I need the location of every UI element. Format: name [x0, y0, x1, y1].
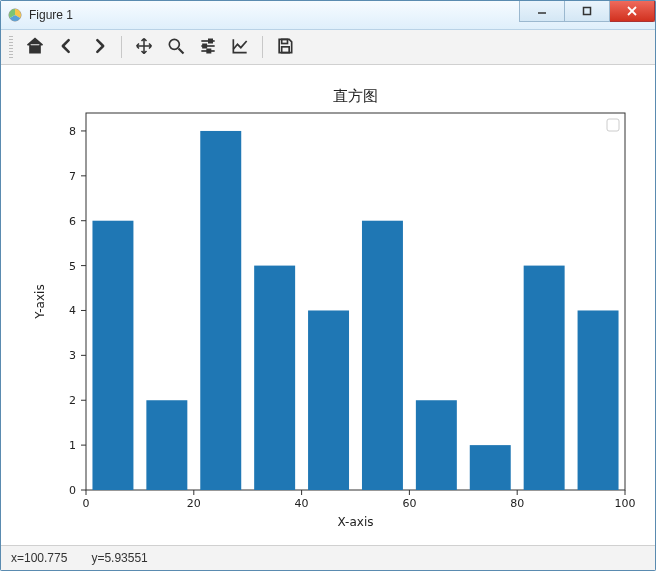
bar: [524, 266, 565, 490]
edit-axes-button[interactable]: [226, 33, 254, 61]
bar: [308, 310, 349, 490]
statusbar: x=100.775 y=5.93551: [1, 545, 655, 570]
toolbar: [1, 30, 655, 65]
svg-text:80: 80: [510, 497, 524, 510]
status-x: x=100.775: [11, 551, 67, 565]
svg-text:40: 40: [295, 497, 309, 510]
bar: [146, 400, 187, 490]
move-icon: [134, 36, 154, 59]
pan-button[interactable]: [130, 33, 158, 61]
axes-edit-icon: [230, 36, 250, 59]
svg-text:Y-axis: Y-axis: [33, 284, 47, 319]
svg-text:7: 7: [69, 170, 76, 183]
status-y: y=5.93551: [91, 551, 147, 565]
configure-subplots-button[interactable]: [194, 33, 222, 61]
bar: [416, 400, 457, 490]
back-button[interactable]: [53, 33, 81, 61]
svg-text:X-axis: X-axis: [338, 515, 374, 529]
svg-rect-11: [203, 44, 206, 47]
save-icon: [275, 36, 295, 59]
forward-button[interactable]: [85, 33, 113, 61]
svg-text:20: 20: [187, 497, 201, 510]
chart-canvas: 直方图020406080100X-axis012345678Y-axis: [11, 75, 645, 545]
window-title: Figure 1: [29, 8, 519, 22]
svg-text:3: 3: [69, 349, 76, 362]
svg-text:60: 60: [402, 497, 416, 510]
sliders-icon: [198, 36, 218, 59]
svg-rect-12: [207, 49, 210, 52]
bar: [254, 266, 295, 490]
svg-rect-2: [584, 8, 591, 15]
bar: [470, 445, 511, 490]
minimize-button[interactable]: [519, 1, 565, 22]
toolbar-separator: [121, 36, 122, 58]
legend-box: [607, 119, 619, 131]
svg-text:8: 8: [69, 125, 76, 138]
svg-line-6: [179, 48, 184, 53]
svg-text:1: 1: [69, 439, 76, 452]
svg-text:直方图: 直方图: [333, 87, 378, 104]
svg-text:0: 0: [69, 484, 76, 497]
home-button[interactable]: [21, 33, 49, 61]
svg-point-5: [169, 39, 179, 49]
arrow-right-icon: [89, 36, 109, 59]
svg-text:0: 0: [83, 497, 90, 510]
app-icon: [7, 7, 23, 23]
bar: [92, 221, 133, 490]
svg-text:4: 4: [69, 304, 76, 317]
toolbar-separator: [262, 36, 263, 58]
svg-text:6: 6: [69, 215, 76, 228]
zoom-button[interactable]: [162, 33, 190, 61]
toolbar-handle[interactable]: [9, 36, 13, 58]
maximize-button[interactable]: [565, 1, 610, 22]
window-controls: [519, 1, 655, 29]
close-button[interactable]: [610, 1, 655, 22]
figure-window: Figure 1: [0, 0, 656, 571]
zoom-icon: [166, 36, 186, 59]
arrow-left-icon: [57, 36, 77, 59]
titlebar: Figure 1: [1, 1, 655, 30]
svg-rect-13: [282, 39, 288, 43]
bar: [200, 131, 241, 490]
svg-rect-10: [209, 39, 212, 42]
svg-text:2: 2: [69, 394, 76, 407]
save-button[interactable]: [271, 33, 299, 61]
home-icon: [25, 36, 45, 59]
plot-area[interactable]: 直方图020406080100X-axis012345678Y-axis: [1, 65, 655, 545]
svg-rect-14: [282, 46, 290, 52]
bar: [578, 310, 619, 490]
svg-text:5: 5: [69, 260, 76, 273]
bar: [362, 221, 403, 490]
svg-text:100: 100: [615, 497, 636, 510]
